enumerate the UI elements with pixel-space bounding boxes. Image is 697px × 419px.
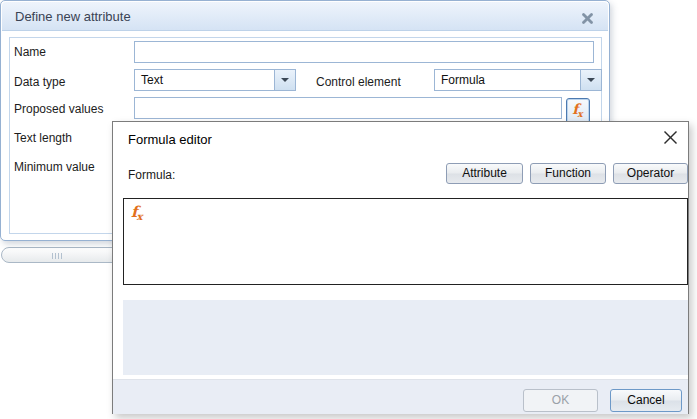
name-input[interactable] [134, 41, 594, 63]
attribute-button[interactable]: Attribute [446, 163, 523, 184]
chevron-down-icon [587, 78, 595, 82]
cancel-button[interactable]: Cancel [610, 389, 682, 412]
control-element-dropdown-button[interactable] [580, 70, 601, 90]
formula-editor-dialog: Formula editor Formula: Attribute Functi… [112, 121, 689, 414]
control-element-label: Control element [316, 75, 401, 89]
fx-icon: fx [131, 203, 143, 221]
close-icon[interactable] [663, 130, 678, 145]
function-button[interactable]: Function [530, 163, 606, 184]
proposed-values-input[interactable] [134, 97, 562, 119]
fx-icon: fx [572, 99, 583, 118]
formula-dialog-footer: OK Cancel [113, 379, 688, 414]
formula-input-area[interactable]: fx [123, 198, 688, 285]
control-element-selected-value: Formula [441, 70, 485, 90]
text-length-label: Text length [14, 131, 72, 145]
data-type-label: Data type [14, 75, 65, 89]
grip-icon [52, 253, 63, 259]
formula-editor-title: Formula editor [128, 132, 212, 147]
formula-result-panel [123, 300, 688, 375]
define-dialog-titlebar[interactable]: Define new attribute [2, 2, 608, 31]
operator-button[interactable]: Operator [613, 163, 688, 184]
close-icon[interactable] [581, 11, 594, 24]
chevron-down-icon [281, 78, 289, 82]
control-element-dropdown[interactable]: Formula [434, 69, 602, 91]
minimum-value-label: Minimum value [14, 160, 95, 174]
proposed-values-label: Proposed values [14, 102, 103, 116]
name-label: Name [14, 45, 46, 59]
define-dialog-title: Define new attribute [15, 2, 131, 31]
data-type-dropdown-button[interactable] [274, 70, 295, 90]
formula-label: Formula: [128, 168, 175, 182]
data-type-dropdown[interactable]: Text [134, 69, 296, 91]
data-type-selected-value: Text [141, 70, 163, 90]
ok-button[interactable]: OK [523, 389, 598, 412]
